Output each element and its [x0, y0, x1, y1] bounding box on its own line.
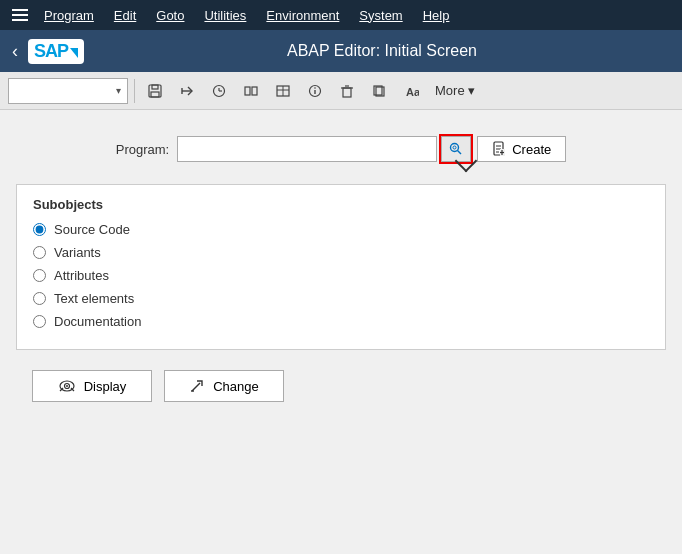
svg-rect-2 — [151, 92, 159, 97]
toolbar-btn-copy[interactable] — [365, 77, 393, 105]
change-label: Change — [213, 379, 259, 394]
change-button[interactable]: Change — [164, 370, 284, 402]
direct-icon — [179, 83, 195, 99]
toolbar-btn-clock[interactable] — [205, 77, 233, 105]
create-icon — [492, 141, 506, 157]
menu-environment[interactable]: Environment — [258, 4, 347, 27]
toolbar-separator-1 — [134, 79, 135, 103]
back-button[interactable]: ‹ — [12, 41, 18, 62]
toolbar-dropdown[interactable]: ▾ — [8, 78, 128, 104]
radio-label-attributes[interactable]: Attributes — [54, 268, 109, 283]
svg-text:Aa: Aa — [406, 86, 419, 98]
display-button[interactable]: Display — [32, 370, 152, 402]
toolbar: ▾ — [0, 72, 682, 110]
program-section: Program: — [16, 134, 666, 164]
menu-edit[interactable]: Edit — [106, 4, 144, 27]
radio-documentation[interactable] — [33, 315, 46, 328]
delete-icon — [339, 83, 355, 99]
radio-source-code[interactable] — [33, 223, 46, 236]
change-icon — [189, 379, 205, 393]
radio-text-elements[interactable] — [33, 292, 46, 305]
svg-point-24 — [453, 146, 456, 149]
menu-program[interactable]: Program — [36, 4, 102, 27]
radio-attributes[interactable] — [33, 269, 46, 282]
layout-icon — [243, 83, 259, 99]
bottom-buttons: Display Change — [16, 370, 666, 402]
toolbar-btn-font[interactable]: Aa — [397, 77, 425, 105]
hamburger-menu[interactable] — [8, 5, 32, 25]
toolbar-btn-info[interactable] — [301, 77, 329, 105]
clock-icon — [211, 83, 227, 99]
save-icon — [147, 83, 163, 99]
create-button[interactable]: Create — [477, 136, 566, 162]
program-label: Program: — [116, 142, 169, 157]
radio-variants[interactable] — [33, 246, 46, 259]
create-label: Create — [512, 142, 551, 157]
more-button[interactable]: More ▾ — [429, 81, 481, 100]
subobjects-section: Subobjects Source Code Variants Attribut… — [16, 184, 666, 350]
content-area: Program: — [0, 110, 682, 554]
svg-point-34 — [66, 385, 68, 387]
dropdown-arrow-icon: ▾ — [116, 85, 121, 96]
info-icon — [307, 83, 323, 99]
svg-rect-16 — [343, 88, 351, 97]
radio-label-documentation[interactable]: Documentation — [54, 314, 141, 329]
radio-label-variants[interactable]: Variants — [54, 245, 101, 260]
page-title: ABAP Editor: Initial Screen — [94, 42, 670, 60]
svg-point-22 — [451, 144, 459, 152]
menubar: Program Edit Goto Utilities Environment … — [0, 0, 682, 30]
svg-rect-1 — [152, 85, 158, 89]
radio-row-attributes: Attributes — [33, 268, 649, 283]
more-label: More — [435, 83, 465, 98]
svg-rect-8 — [245, 87, 250, 95]
svg-line-37 — [192, 383, 200, 391]
radio-row-text-elements: Text elements — [33, 291, 649, 306]
menu-system[interactable]: System — [351, 4, 410, 27]
subobjects-title: Subobjects — [33, 197, 649, 212]
radio-row-variants: Variants — [33, 245, 649, 260]
program-input[interactable] — [177, 136, 437, 162]
display-label: Display — [84, 379, 127, 394]
sap-logo: SAP — [28, 39, 84, 64]
radio-row-documentation: Documentation — [33, 314, 649, 329]
menu-utilities[interactable]: Utilities — [196, 4, 254, 27]
radio-row-source-code: Source Code — [33, 222, 649, 237]
svg-point-15 — [314, 87, 316, 89]
font-icon: Aa — [403, 83, 419, 99]
svg-line-23 — [458, 151, 462, 155]
search-button-wrapper — [439, 134, 473, 164]
toolbar-btn-direct[interactable] — [173, 77, 201, 105]
toolbar-btn-layout[interactable] — [237, 77, 265, 105]
toolbar-btn-save[interactable] — [141, 77, 169, 105]
menu-help[interactable]: Help — [415, 4, 458, 27]
toolbar-btn-table[interactable] — [269, 77, 297, 105]
search-button[interactable] — [441, 136, 471, 162]
toolbar-btn-delete[interactable] — [333, 77, 361, 105]
menu-goto[interactable]: Goto — [148, 4, 192, 27]
sap-triangle-icon — [70, 48, 78, 58]
table-icon — [275, 83, 291, 99]
more-chevron-icon: ▾ — [468, 83, 475, 98]
svg-rect-9 — [252, 87, 257, 95]
radio-label-text-elements[interactable]: Text elements — [54, 291, 134, 306]
radio-label-source-code[interactable]: Source Code — [54, 222, 130, 237]
search-icon — [448, 141, 464, 157]
copy-icon — [371, 83, 387, 99]
titlebar: ‹ SAP ABAP Editor: Initial Screen — [0, 30, 682, 72]
display-icon — [58, 379, 76, 393]
